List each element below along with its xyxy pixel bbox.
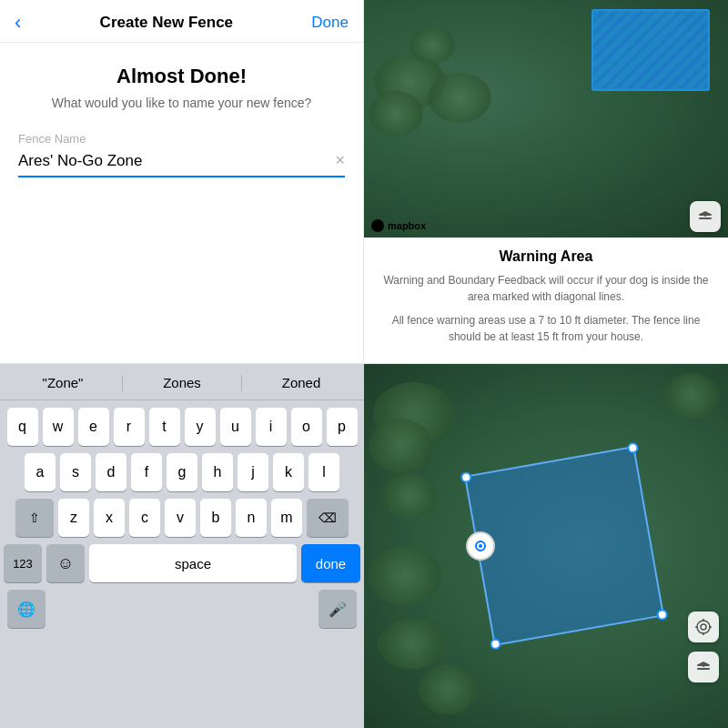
corner-dot-tr[interactable] (626, 441, 639, 454)
key-row-5: 🌐 🎤 (4, 590, 360, 628)
layers-button-bottom[interactable] (688, 652, 719, 682)
tree-cluster (664, 373, 719, 419)
key-b[interactable]: b (200, 499, 231, 537)
svg-point-4 (697, 621, 710, 633)
tree-cluster (410, 27, 455, 64)
satellite-map-top[interactable]: mapbox (364, 0, 728, 238)
fence-name-label: Fence Name (18, 132, 345, 146)
layers-button-top[interactable] (690, 201, 721, 232)
warning-desc1: Warning and Boundary Feedback will occur… (379, 272, 713, 305)
key-x[interactable]: x (94, 499, 125, 537)
key-s[interactable]: s (60, 453, 91, 491)
key-e[interactable]: e (78, 408, 109, 446)
tree-cluster (369, 419, 432, 473)
key-g[interactable]: g (167, 453, 197, 491)
key-t[interactable]: t (149, 408, 180, 446)
key-row-2: a s d f g h j k l (4, 453, 360, 491)
done-key[interactable]: done (301, 544, 360, 582)
key-r[interactable]: r (114, 408, 145, 446)
numbers-key[interactable]: 123 (4, 544, 42, 582)
key-j[interactable]: j (238, 453, 268, 491)
key-q[interactable]: q (7, 408, 38, 446)
key-h[interactable]: h (202, 453, 233, 491)
key-row-4: 123 ☺ space done (4, 544, 360, 582)
autocorrect-bar: "Zone" Zones Zoned (0, 364, 364, 400)
mic-key[interactable]: 🎤 (318, 590, 357, 628)
done-button[interactable]: Done (311, 14, 349, 32)
key-m[interactable]: m (271, 499, 302, 537)
key-v[interactable]: v (165, 499, 196, 537)
layers-icon-bottom (695, 659, 712, 675)
key-k[interactable]: k (273, 453, 304, 491)
back-button[interactable]: ‹ (15, 13, 21, 33)
autocorrect-item-3[interactable]: Zoned (242, 371, 360, 394)
key-f[interactable]: f (131, 453, 162, 491)
move-icon (473, 539, 488, 553)
tree-cluster (382, 473, 437, 519)
key-p[interactable]: p (327, 408, 358, 446)
tree-cluster (419, 664, 478, 714)
layers-icon (697, 208, 713, 225)
space-key[interactable]: space (89, 544, 297, 582)
satellite-bg-bottom (364, 364, 728, 728)
key-row-1: q w e r t y u i o p (4, 408, 360, 446)
key-a[interactable]: a (25, 453, 56, 491)
create-body: Almost Done! What would you like to name… (0, 43, 363, 363)
key-n[interactable]: n (236, 499, 267, 537)
key-y[interactable]: y (185, 408, 216, 446)
fence-name-input-wrapper: × (18, 151, 345, 177)
mapbox-logo: mapbox (371, 219, 426, 232)
almost-done-subtitle: What would you like to name your new fen… (18, 96, 345, 110)
key-u[interactable]: u (220, 408, 251, 446)
move-handle[interactable] (466, 531, 495, 561)
fence-map-panel[interactable] (364, 364, 728, 728)
almost-done-heading: Almost Done! (18, 65, 345, 88)
tree-cluster (428, 73, 491, 123)
create-fence-panel: ‹ Create New Fence Done Almost Done! Wha… (0, 0, 364, 364)
mapbox-logo-text: mapbox (388, 220, 426, 231)
key-l[interactable]: l (308, 453, 339, 491)
autocorrect-item-1[interactable]: "Zone" (4, 371, 122, 394)
svg-point-5 (701, 624, 706, 630)
warning-desc2: All fence warning areas use a 7 to 10 ft… (379, 312, 713, 345)
warning-diagonal-overlay (593, 11, 708, 89)
corner-dot-bl[interactable] (490, 638, 502, 651)
map-warning-panel: mapbox Warning Area Warning and Boundary… (364, 0, 728, 364)
clear-input-button[interactable]: × (335, 151, 345, 170)
backspace-key[interactable]: ⌫ (307, 499, 349, 537)
key-i[interactable]: i (256, 408, 287, 446)
keyboard-rows: q w e r t y u i o p a s d f g h j k l ⇧ … (0, 400, 364, 728)
tree-cluster (378, 619, 446, 669)
warning-title: Warning Area (379, 248, 713, 265)
corner-dot-br[interactable] (656, 608, 669, 621)
warning-info-area: Warning Area Warning and Boundary Feedba… (364, 238, 728, 363)
key-d[interactable]: d (96, 453, 126, 491)
nav-title: Create New Fence (100, 14, 233, 32)
pool-area (592, 9, 710, 91)
target-icon (694, 618, 713, 636)
svg-point-3 (479, 544, 482, 548)
key-z[interactable]: z (58, 499, 89, 537)
shift-key[interactable]: ⇧ (15, 499, 54, 537)
key-o[interactable]: o (291, 408, 322, 446)
corner-dot-tl[interactable] (460, 471, 472, 484)
keyboard-panel: "Zone" Zones Zoned q w e r t y u i o p a… (0, 364, 364, 728)
key-w[interactable]: w (43, 408, 74, 446)
nav-bar: ‹ Create New Fence Done (0, 0, 363, 43)
tree-cluster (369, 91, 423, 136)
recenter-button[interactable] (688, 612, 719, 642)
emoji-key[interactable]: ☺ (46, 544, 85, 582)
mapbox-logo-icon (371, 219, 384, 232)
fence-name-input[interactable] (18, 152, 328, 170)
satellite-bg-top: mapbox (364, 0, 728, 238)
key-row-3: ⇧ z x c v b n m ⌫ (4, 499, 360, 537)
svg-rect-1 (699, 217, 712, 219)
autocorrect-item-2[interactable]: Zones (123, 371, 241, 394)
globe-key[interactable]: 🌐 (7, 590, 46, 628)
svg-rect-11 (697, 668, 710, 670)
key-c[interactable]: c (129, 499, 160, 537)
tree-cluster (369, 546, 441, 605)
